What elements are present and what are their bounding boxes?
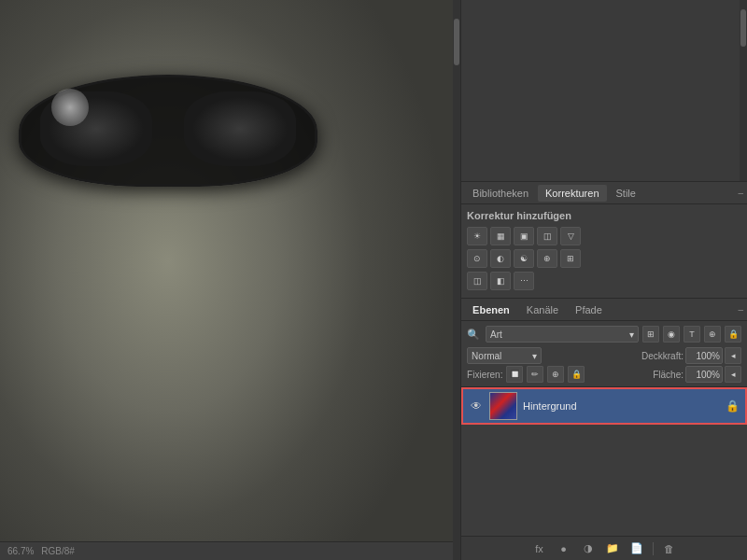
tab-ebenen[interactable]: Ebenen — [465, 301, 517, 318]
korr-icon-invert[interactable]: ◧ — [490, 272, 511, 290]
tab-pfade[interactable]: Pfade — [568, 301, 610, 318]
korr-icon-levels[interactable]: ▦ — [490, 227, 511, 245]
tab-stile[interactable]: Stile — [609, 185, 643, 202]
toolbar-divider — [653, 542, 654, 555]
layers-collapse-button[interactable]: – — [738, 304, 743, 315]
filter-kind-dropdown[interactable]: Art ▾ — [486, 326, 639, 343]
opacity-value[interactable]: 100% — [685, 347, 723, 364]
filter-search-icon: 🔍 — [467, 329, 480, 341]
layer-visibility-toggle[interactable]: 👁 — [469, 399, 484, 413]
korr-icon-vibrance[interactable]: ▽ — [560, 227, 581, 245]
filter-icon-3[interactable]: T — [684, 326, 700, 343]
korrekturen-icons-row3: ◫ ◧ ⋯ — [467, 272, 741, 290]
panel-scrollbar-track[interactable] — [740, 0, 747, 181]
add-mask-icon[interactable]: ● — [556, 540, 572, 557]
korrekturen-icons-row2: ⊙ ◐ ☯ ⊕ ⊞ — [467, 249, 741, 268]
filter-icon-5[interactable]: 🔒 — [725, 326, 741, 343]
korrekturen-title: Korrektur hinzufügen — [467, 210, 741, 221]
delete-layer-icon[interactable]: 🗑 — [661, 540, 678, 557]
layers-bottom-toolbar: fx ● ◑ 📁 📄 🗑 — [461, 536, 747, 560]
lock-transparent-btn[interactable]: 🔲 — [506, 366, 523, 383]
app-layout: 66.7% RGB/8# Bibliotheken Korrekturen St… — [0, 0, 747, 560]
korrekturen-icons-row1: ☀ ▦ ▣ ◫ ▽ — [467, 227, 741, 245]
fixieren-row: Fixieren: 🔲 ✏ ⊕ 🔒 Fläche: 100% ◂ — [467, 365, 741, 384]
fixieren-label: Fixieren: — [467, 370, 502, 380]
blend-opacity-row: Normal ▾ Deckkraft: 100% ◂ — [467, 346, 741, 365]
blend-mode-dropdown[interactable]: Normal ▾ — [467, 347, 542, 364]
korr-icon-channelmixer[interactable]: ⊞ — [560, 249, 581, 268]
canvas-area: 66.7% RGB/8# — [0, 0, 453, 560]
opacity-field: Deckkraft: 100% ◂ — [641, 347, 741, 364]
filter-kind-arrow: ▾ — [629, 329, 634, 340]
blend-mode-label: Normal — [472, 351, 501, 361]
layer-name: Hintergrund — [523, 400, 720, 412]
layers-filter-row: 🔍 Art ▾ ⊞ ◉ T ⊕ 🔒 — [467, 324, 741, 344]
filter-icon-2[interactable]: ◉ — [663, 326, 680, 343]
tab-bibliotheken[interactable]: Bibliotheken — [465, 185, 536, 202]
flaeche-decrease-btn[interactable]: ◂ — [725, 366, 741, 383]
tab-kanaele[interactable]: Kanäle — [519, 301, 566, 318]
panel-collapse-button[interactable]: – — [738, 188, 743, 198]
scrollbar-thumb — [454, 19, 459, 65]
korr-icon-hue[interactable]: ⊙ — [467, 249, 487, 268]
opacity-label: Deckkraft: — [641, 351, 684, 361]
canvas-status-bar: 66.7% RGB/8# — [0, 541, 453, 560]
layers-list: 👁 Hintergrund 🔒 — [461, 387, 747, 536]
filter-kind-label: Art — [490, 329, 502, 340]
panel-preview-area — [461, 0, 747, 182]
lock-pixels-btn[interactable]: ✏ — [527, 366, 543, 383]
flaeche-field: Fläche: 100% ◂ — [653, 366, 741, 383]
korr-icon-bw[interactable]: ☯ — [514, 249, 534, 268]
korrekturen-content: Korrektur hinzufügen ☀ ▦ ▣ ◫ ▽ ⊙ ◐ ☯ ⊕ ⊞… — [461, 204, 747, 299]
layers-controls: 🔍 Art ▾ ⊞ ◉ T ⊕ 🔒 Normal ▾ Deckkraft: — [461, 321, 747, 387]
lens-reflection — [51, 89, 89, 126]
zoom-level: 66.7% — [7, 546, 34, 556]
korr-icon-curves[interactable]: ▣ — [514, 227, 534, 245]
lock-position-btn[interactable]: ⊕ — [547, 366, 564, 383]
lock-all-btn[interactable]: 🔒 — [568, 366, 585, 383]
right-panel: Bibliotheken Korrekturen Stile – Korrekt… — [460, 0, 747, 560]
korr-icon-colorbalance[interactable]: ◐ — [490, 249, 511, 268]
blend-mode-arrow: ▾ — [532, 351, 537, 361]
filter-icon-1[interactable]: ⊞ — [642, 326, 659, 343]
new-group-icon[interactable]: 📁 — [604, 540, 621, 557]
layers-tab-bar: Ebenen Kanäle Pfade – — [461, 299, 747, 321]
canvas-image[interactable] — [0, 0, 453, 541]
flaeche-label: Fläche: — [653, 370, 684, 380]
document-info: RGB/8# — [41, 546, 75, 556]
main-scrollbar[interactable] — [453, 0, 460, 560]
korrekturen-tab-bar: Bibliotheken Korrekturen Stile – — [461, 182, 747, 204]
korr-icon-brightness[interactable]: ☀ — [467, 227, 487, 245]
add-style-icon[interactable]: fx — [531, 540, 548, 557]
opacity-decrease-btn[interactable]: ◂ — [725, 347, 741, 364]
korr-icon-colorlookup[interactable]: ◫ — [467, 272, 487, 290]
new-adjustment-icon[interactable]: ◑ — [580, 540, 597, 557]
korr-icon-exposure[interactable]: ◫ — [537, 227, 557, 245]
filter-icon-4[interactable]: ⊕ — [704, 326, 721, 343]
layer-lock-icon: 🔒 — [726, 399, 740, 413]
layer-thumbnail — [489, 392, 517, 420]
new-layer-icon[interactable]: 📄 — [628, 540, 645, 557]
tab-korrekturen[interactable]: Korrekturen — [538, 185, 606, 202]
korr-icon-more[interactable]: ⋯ — [514, 272, 534, 290]
panel-scrollbar-thumb — [740, 9, 746, 47]
korr-icon-photofilter[interactable]: ⊕ — [537, 249, 557, 268]
layer-item-hintergrund[interactable]: 👁 Hintergrund 🔒 — [461, 387, 747, 425]
flaeche-value[interactable]: 100% — [685, 366, 723, 383]
